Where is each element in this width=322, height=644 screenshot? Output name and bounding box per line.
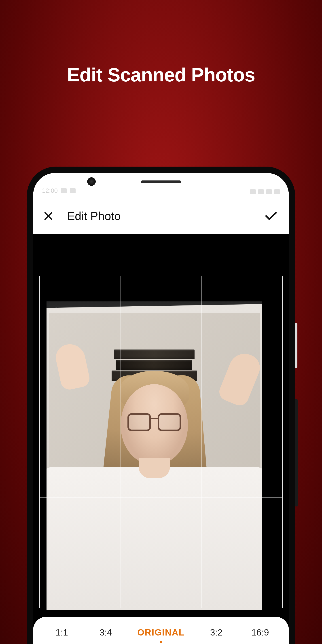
status-image-icon <box>70 188 76 193</box>
status-bar: 12:00 <box>33 173 289 198</box>
phone-volume-button <box>295 323 298 368</box>
confirm-button[interactable] <box>264 209 278 223</box>
status-notification-icon <box>61 188 67 193</box>
check-icon <box>265 211 277 222</box>
ratio-option-16-9[interactable]: 16:9 <box>248 628 272 638</box>
status-signal-icon <box>266 190 272 194</box>
status-bar-left: 12:00 <box>42 187 76 194</box>
status-time: 12:00 <box>42 187 58 194</box>
active-indicator-dot <box>160 641 162 643</box>
ratio-option-3-2[interactable]: 3:2 <box>204 628 228 638</box>
ratio-label: 16:9 <box>252 628 269 637</box>
close-icon <box>44 211 53 221</box>
hero-title: Edit Scanned Photos <box>0 64 322 86</box>
phone-screen: 12:00 Edit Photo <box>33 173 289 644</box>
screen-title: Edit Photo <box>67 209 264 223</box>
ratio-label: 3:4 <box>100 628 112 637</box>
ratio-label: 1:1 <box>56 628 68 637</box>
status-bar-right <box>250 190 280 194</box>
close-button[interactable] <box>42 210 54 222</box>
crop-gridline <box>40 386 282 387</box>
ratio-option-original[interactable]: ORIGINAL <box>137 628 185 643</box>
phone-front-camera <box>87 177 96 186</box>
phone-device-frame: 12:00 Edit Photo <box>27 166 295 644</box>
aspect-ratio-bar: 1:1 3:4 ORIGINAL 3:2 16:9 <box>33 617 289 644</box>
photo-editor-canvas[interactable] <box>33 234 289 617</box>
phone-speaker <box>141 180 181 183</box>
status-wifi-icon <box>258 190 264 194</box>
ratio-label: ORIGINAL <box>137 628 185 637</box>
ratio-label: 3:2 <box>210 628 222 637</box>
ratio-option-3-4[interactable]: 3:4 <box>94 628 118 638</box>
crop-gridline <box>202 276 202 608</box>
crop-frame[interactable] <box>39 276 283 608</box>
crop-gridline <box>120 276 121 608</box>
ratio-option-1-1[interactable]: 1:1 <box>50 628 74 638</box>
phone-power-button <box>295 399 298 506</box>
status-mute-icon <box>250 190 256 194</box>
status-battery-icon <box>274 190 280 194</box>
crop-gridline <box>40 497 282 498</box>
app-bar: Edit Photo <box>33 198 289 234</box>
